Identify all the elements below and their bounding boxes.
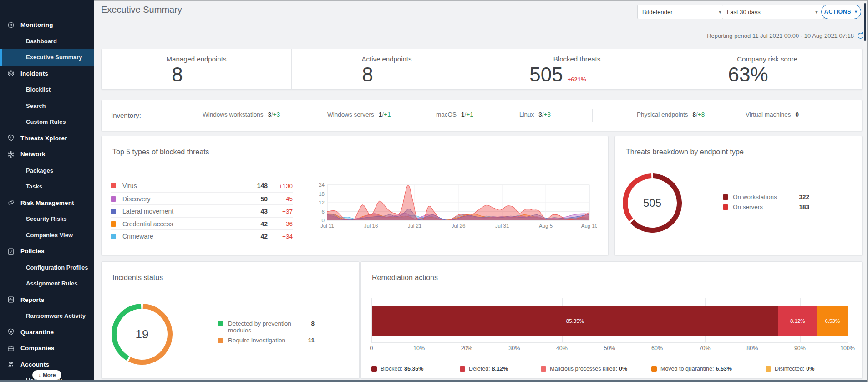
sidebar-item-label: Packages [26, 167, 53, 174]
legend-name: Moved to quarantine: [660, 366, 714, 372]
inventory-item-delta: +1 [466, 111, 473, 118]
svg-text:Jul 11: Jul 11 [320, 223, 334, 229]
threat-type-row-discovery: Discovery50+45 [111, 192, 293, 205]
sidebar-item-label: Accounts [20, 361, 49, 368]
legend-value: 8.12% [492, 366, 508, 372]
sidebar-item-companies[interactable]: Companies [0, 340, 94, 357]
sidebar-item-ransomware-activity[interactable]: Ransomware Activity [0, 308, 94, 324]
legend-name: On workstations [733, 194, 795, 200]
legend-swatch-icon [111, 209, 116, 214]
sidebar-item-risk-management[interactable]: Risk Management [0, 195, 94, 211]
threat-type-delta: +36 [268, 220, 293, 227]
legend-value: 8 [311, 320, 315, 327]
sidebar-item-search[interactable]: Search [0, 98, 94, 114]
sidebar-item-quarantine[interactable]: Quarantine [0, 324, 94, 341]
legend-name: Disinfected: [775, 366, 804, 372]
inventory-item-name: Linux [519, 111, 534, 118]
threat-type-name: Virus [122, 182, 245, 189]
legend-value: 0% [806, 366, 814, 372]
incidents-status-donut: 19 [112, 304, 173, 365]
threats-breakdown-donut-legend: On workstations322On servers183 [723, 194, 809, 214]
sidebar-item-label: Risk Management [20, 199, 74, 206]
sidebar-item-companies-view[interactable]: Companies View [0, 227, 94, 244]
x-axis-tick: 30% [502, 345, 527, 351]
legend-name: Deleted: [469, 366, 490, 372]
sidebar-item-label: Network [20, 151, 46, 158]
x-axis-tick: 0 [359, 345, 384, 351]
sidebar-item-blocklist[interactable]: Blocklist [0, 81, 94, 98]
legend-swatch-icon [111, 183, 116, 188]
sidebar-item-network[interactable]: Network [0, 146, 94, 163]
remediation-plot-area: 85.35%8.12%6.53% [371, 298, 848, 343]
threats-breakdown-donut: 505 [623, 173, 682, 233]
company-filter-select[interactable]: Bitdefender ▼ [637, 5, 727, 19]
network-icon [7, 150, 15, 158]
sidebar-item-security-risks[interactable]: Security Risks [0, 211, 94, 227]
inventory-item-macos: macOS1/+1 [436, 111, 473, 119]
svg-text:Aug 5: Aug 5 [539, 223, 553, 229]
sidebar-item-label: Companies [20, 345, 55, 351]
inventory-item-value: 1 [461, 111, 465, 118]
legend-swatch-icon [111, 234, 116, 239]
sidebar-item-label: Assignment Rules [26, 280, 77, 287]
inventory-item-virtual-machines: Virtual machines0 [746, 111, 799, 119]
sidebar-item-tasks[interactable]: Tasks [0, 178, 94, 195]
sidebar-item-label: Threats Xplorer [20, 135, 67, 142]
scrollbar-track[interactable] [863, 1, 867, 380]
remediation-title: Remediation actions [372, 274, 438, 282]
sidebar-item-assignment-rules[interactable]: Assignment Rules [0, 275, 94, 292]
sidebar-item-dashboard[interactable]: Dashboard [0, 33, 94, 50]
scrollbar-thumb[interactable] [864, 3, 866, 41]
quarantine-icon [7, 328, 15, 336]
inventory-divider [592, 109, 593, 122]
sidebar-item-threats-xplorer[interactable]: Threats Xplorer [0, 130, 94, 147]
inventory-item-value: 8 [693, 111, 696, 118]
page-title: Executive Summary [101, 5, 182, 15]
threat-type-delta: +34 [268, 233, 293, 240]
sidebar-item-policies[interactable]: Policies [0, 243, 94, 260]
policies-icon [7, 247, 15, 255]
sidebar-item-custom-rules[interactable]: Custom Rules [0, 114, 94, 130]
legend-name: On servers [733, 204, 795, 210]
legend-swatch-icon [460, 366, 465, 372]
inventory-item-linux: Linux3/+3 [519, 111, 551, 119]
stat-value: 63% [728, 63, 768, 87]
legend-value: 85.35% [404, 366, 423, 372]
sidebar-more-button[interactable]: ↓ More [32, 370, 61, 380]
x-axis-tick: 70% [692, 345, 717, 351]
x-axis-tick: 80% [740, 345, 765, 351]
window-top-edge [94, 0, 868, 1]
sidebar-item-label: Monitoring [20, 21, 53, 28]
x-axis-tick: 10% [406, 345, 432, 351]
bar-segment-label: 6.53% [825, 318, 840, 324]
inventory-item-physical-endpoints: Physical endpoints8/+8 [637, 111, 705, 119]
sidebar-item-incidents[interactable]: Incidents [0, 66, 94, 82]
sidebar-item-label: Search [26, 102, 46, 109]
x-axis-tick: 20% [454, 345, 479, 351]
threat-type-row-crimeware: Crimeware42+34 [111, 229, 293, 243]
legend-item-blocked: Blocked:85.35% [371, 366, 423, 372]
stat-label: Company risk score [737, 55, 797, 63]
svg-text:Jul 16: Jul 16 [364, 223, 378, 229]
x-axis-tick: 60% [645, 345, 670, 351]
incidents-status-panel: Incidents status 19Detected by preventio… [101, 261, 360, 379]
sidebar-item-reports[interactable]: Reports [0, 292, 94, 308]
period-filter-select[interactable]: Last 30 days ▼ [722, 5, 824, 19]
threat-type-delta: +37 [268, 208, 293, 215]
inventory-item-windows-workstations: Windows workstations3/+3 [203, 111, 280, 119]
threat-type-delta: +130 [268, 183, 293, 189]
inventory-item-name: Physical endpoints [637, 111, 688, 118]
sidebar-item-configuration-profiles[interactable]: Configuration Profiles [0, 260, 94, 276]
sidebar-item-packages[interactable]: Packages [0, 163, 94, 179]
inventory-label: Inventory: [111, 112, 141, 119]
threat-type-name: Crimeware [122, 233, 245, 240]
legend-item-malicious-processes-killed: Malicious processes killed:0% [541, 366, 627, 372]
legend-value: 6.53% [716, 366, 731, 372]
sidebar-item-label: Blocklist [26, 86, 51, 93]
chevron-down-icon: ▼ [854, 10, 858, 14]
inventory-item-name: Virtual machines [746, 111, 791, 118]
sidebar-item-monitoring[interactable]: Monitoring [0, 17, 94, 33]
sidebar-item-executive-summary[interactable]: Executive Summary [0, 49, 94, 66]
actions-button[interactable]: ACTIONS ▼ [821, 5, 861, 19]
incidents-status-donut-legend: Detected by prevention modules8Require i… [218, 320, 315, 347]
